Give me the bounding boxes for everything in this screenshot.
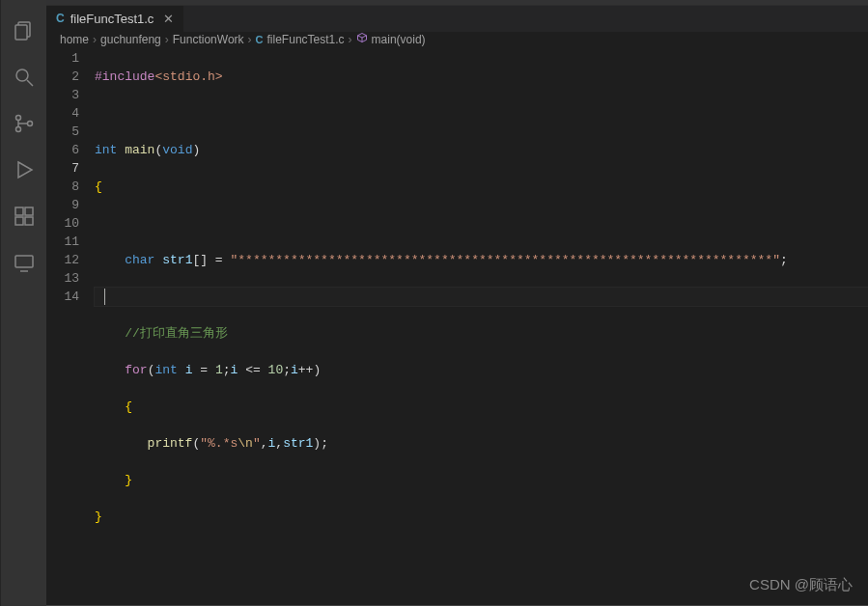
svg-line-3 bbox=[27, 80, 33, 86]
svg-rect-11 bbox=[25, 217, 33, 225]
files-icon[interactable] bbox=[1, 8, 47, 54]
crumb-file-label: fileFuncTest1.c bbox=[267, 33, 345, 46]
tab-file[interactable]: C fileFuncTest1.c ✕ bbox=[46, 6, 183, 31]
svg-marker-7 bbox=[18, 162, 32, 178]
chevron-right-icon: › bbox=[93, 33, 97, 46]
search-icon[interactable] bbox=[1, 54, 47, 100]
symbol-method-icon bbox=[356, 32, 368, 46]
crumb-user[interactable]: guchunfeng bbox=[100, 33, 161, 46]
breadcrumb: home › guchunfeng › FunctionWork › C fil… bbox=[46, 32, 868, 48]
chevron-right-icon: › bbox=[349, 33, 352, 46]
code-content[interactable]: #include<stdio.h> int main(void) { char … bbox=[95, 49, 868, 599]
crumb-folder[interactable]: FunctionWork bbox=[173, 33, 244, 46]
close-icon[interactable]: ✕ bbox=[163, 12, 174, 26]
main-area: C fileFuncTest1.c ✕ home › guchunfeng › … bbox=[46, 0, 868, 606]
svg-rect-9 bbox=[25, 207, 33, 215]
watermark: CSDN @顾语心 bbox=[749, 576, 853, 594]
svg-point-4 bbox=[15, 116, 20, 121]
source-control-icon[interactable] bbox=[1, 100, 47, 147]
svg-rect-1 bbox=[15, 25, 27, 40]
extensions-icon[interactable] bbox=[1, 193, 47, 239]
crumb-home[interactable]: home bbox=[60, 33, 89, 46]
c-file-icon: C bbox=[256, 34, 264, 45]
svg-point-2 bbox=[16, 69, 28, 81]
crumb-symbol[interactable]: main(void) bbox=[356, 32, 426, 46]
crumb-symbol-label: main(void) bbox=[372, 33, 426, 46]
tab-bar: C fileFuncTest1.c ✕ bbox=[46, 6, 868, 31]
remote-icon[interactable] bbox=[1, 239, 47, 286]
crumb-file[interactable]: C fileFuncTest1.c bbox=[256, 33, 345, 46]
activity-bar bbox=[0, 0, 46, 606]
text-cursor bbox=[104, 289, 105, 305]
svg-rect-8 bbox=[15, 207, 23, 215]
c-file-icon: C bbox=[56, 12, 65, 25]
chevron-right-icon: › bbox=[248, 33, 252, 46]
line-gutter: 123456 7891011121314 bbox=[46, 49, 95, 599]
svg-point-6 bbox=[27, 122, 32, 126]
chevron-right-icon: › bbox=[165, 33, 169, 46]
svg-rect-10 bbox=[15, 217, 23, 225]
code-editor[interactable]: 123456 7891011121314 #include<stdio.h> i… bbox=[46, 47, 868, 599]
run-debug-icon[interactable] bbox=[1, 147, 47, 193]
tab-label: fileFuncTest1.c bbox=[70, 12, 154, 26]
svg-point-5 bbox=[15, 127, 20, 132]
svg-rect-12 bbox=[15, 256, 33, 267]
